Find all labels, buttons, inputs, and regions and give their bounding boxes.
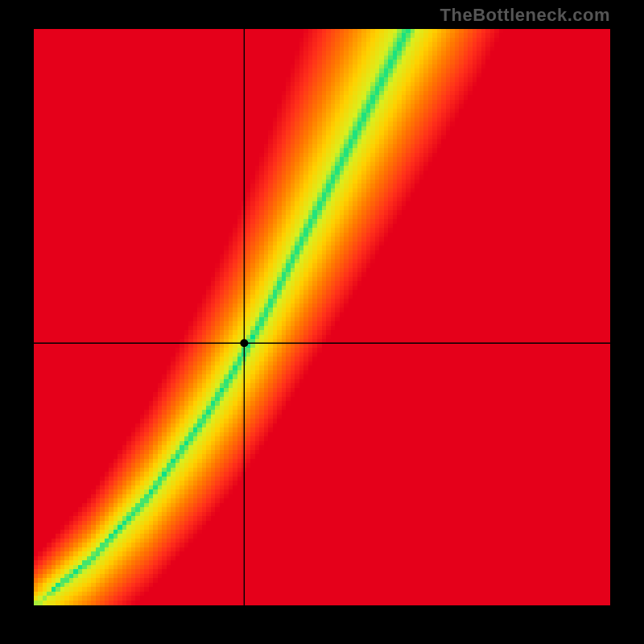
chart-container: TheBottleneck.com <box>0 0 644 644</box>
heatmap-frame <box>34 29 610 605</box>
attribution-label: TheBottleneck.com <box>440 5 610 26</box>
bottleneck-heatmap <box>34 29 610 605</box>
